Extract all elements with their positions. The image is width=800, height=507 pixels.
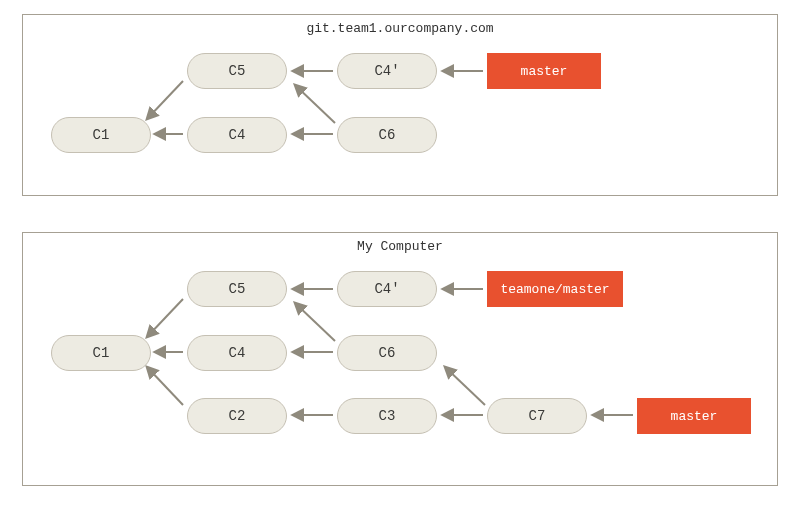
- commit-node: C4': [337, 271, 437, 307]
- panel-remote-title: git.team1.ourcompany.com: [23, 21, 777, 36]
- commit-node: C5: [187, 53, 287, 89]
- commit-node: C1: [51, 117, 151, 153]
- commit-node: C2: [187, 398, 287, 434]
- commit-node: C5: [187, 271, 287, 307]
- commit-node: C6: [337, 335, 437, 371]
- svg-line-8: [147, 367, 183, 405]
- commit-node: C4: [187, 117, 287, 153]
- commit-node: C4': [337, 53, 437, 89]
- ref-teamone-master: teamone/master: [487, 271, 623, 307]
- svg-line-0: [147, 81, 183, 119]
- svg-line-3: [295, 85, 335, 123]
- commit-node: C4: [187, 335, 287, 371]
- svg-line-13: [445, 367, 485, 405]
- panel-local: My Computer: [22, 232, 778, 486]
- ref-master: master: [637, 398, 751, 434]
- svg-line-10: [295, 303, 335, 341]
- commit-node: C6: [337, 117, 437, 153]
- commit-node: C3: [337, 398, 437, 434]
- panel-local-title: My Computer: [23, 239, 777, 254]
- ref-master: master: [487, 53, 601, 89]
- panel-remote: git.team1.ourcompany.com C1 C5 C4 C4': [22, 14, 778, 196]
- commit-node: C7: [487, 398, 587, 434]
- svg-line-6: [147, 299, 183, 337]
- panel-remote-arrows: [23, 15, 779, 197]
- commit-node: C1: [51, 335, 151, 371]
